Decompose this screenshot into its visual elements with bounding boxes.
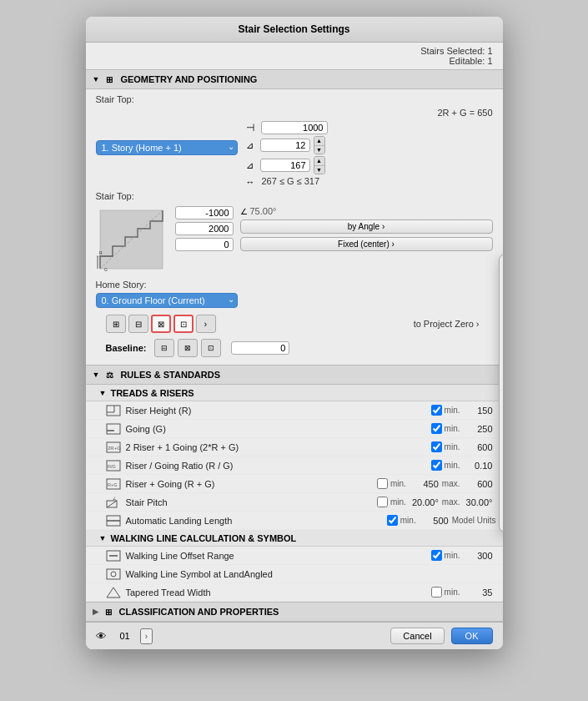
home-story-wrapper[interactable]: 0. Ground Floor (Current) xyxy=(96,293,238,308)
walk-row-symbol: Walking Line Symbol at LandAngled xyxy=(86,565,503,583)
layer-chevron-button[interactable]: › xyxy=(140,628,153,644)
stair-top-select-row: 1. Story (Home + 1) 2R + G = 650 ⊣ ⊿ xyxy=(96,108,493,188)
field3-spinner[interactable]: ▲ ▼ xyxy=(314,156,325,174)
toolbar-icons: ⊞ ⊟ ⊠ ⊡ › to Project Zero › xyxy=(96,311,493,336)
rule-row-riser-height: Riser Height (R) min. 150 xyxy=(86,401,503,420)
svg-text:G: G xyxy=(104,267,108,272)
toolbar-icon-1[interactable]: ⊞ xyxy=(106,315,126,333)
field3-row: ⊿ ▲ ▼ xyxy=(246,156,493,174)
baseline-icon-3[interactable]: ⊡ xyxy=(201,339,221,357)
walk-check-offset[interactable] xyxy=(431,550,442,561)
class-section-header[interactable]: ▶ ⊞ CLASSIFICATION AND PROPERTIES xyxy=(86,602,503,622)
class-triangle-icon: ▶ xyxy=(93,608,98,616)
rule-row-pitch: ∠ Stair Pitch min. 20.00° max. 30.00° xyxy=(86,493,503,512)
pitch-rule-icon: ∠ xyxy=(106,497,121,508)
spinner-up[interactable]: ▲ xyxy=(314,137,324,146)
rule-min-riser: min. xyxy=(445,406,460,415)
toolbar-icon-5[interactable]: › xyxy=(196,315,216,333)
rule-label-riser: Riser Height (R) xyxy=(126,406,431,416)
spinner3-up[interactable]: ▲ xyxy=(314,157,324,166)
stair-top-row: Stair Top: xyxy=(96,94,493,104)
walk-row-offset: Walking Line Offset Range min. 300 xyxy=(86,547,503,565)
rule-min-2rg: min. xyxy=(445,442,460,451)
angle-icon: ∠ xyxy=(240,207,248,216)
home-story-select[interactable]: 0. Ground Floor (Current) xyxy=(96,293,238,308)
val2000-input[interactable] xyxy=(175,222,234,235)
walking-sub-header[interactable]: ▼ WALKING LINE CALCULATION & SYMBOL xyxy=(86,530,503,547)
field2-spinner[interactable]: ▲ ▼ xyxy=(314,136,325,154)
rule-check-riser[interactable] xyxy=(431,405,442,416)
2rg-rule-icon: 2R+G xyxy=(106,441,121,453)
angle-value: 75.00° xyxy=(250,206,277,216)
cancel-button[interactable]: Cancel xyxy=(390,628,444,644)
rule-label-2rg: 2 Riser + 1 Going (2*R + G) xyxy=(126,442,431,452)
rule-label-going: Going (G) xyxy=(126,424,431,434)
walking-label: WALKING LINE CALCULATION & SYMBOL xyxy=(110,533,296,543)
svg-line-18 xyxy=(107,501,117,507)
stair-svg: R G xyxy=(96,206,167,273)
stair-top-select[interactable]: 1. Story (Home + 1) xyxy=(96,140,238,155)
svg-text:2R+G: 2R+G xyxy=(108,446,121,451)
svg-rect-9 xyxy=(107,424,120,434)
walk-val-taper: 35 xyxy=(463,588,493,598)
landing-rule-icon xyxy=(106,515,121,527)
rule-check-rplusg[interactable] xyxy=(377,478,388,489)
rules-section-header[interactable]: ▼ ⚖ RULES & STANDARDS xyxy=(86,365,503,385)
walk-min-taper: min. xyxy=(445,588,460,597)
geometry-content: Stair Top: 1. Story (Home + 1) 2R + G = … xyxy=(86,89,503,365)
walk-min-offset: min. xyxy=(445,551,460,560)
field1-row: ⊣ xyxy=(246,121,493,134)
geometry-section-header[interactable]: ▼ ⊞ GEOMETRY AND POSITIONING xyxy=(86,69,503,89)
walking-triangle-icon: ▼ xyxy=(99,534,107,542)
treads-triangle-icon: ▼ xyxy=(99,389,107,397)
stair-top-label: Stair Top: xyxy=(96,94,134,104)
walk-label-taper: Tapered Tread Width xyxy=(126,588,431,598)
field1-input[interactable] xyxy=(261,121,328,134)
toolbar-icon-3-active[interactable]: ⊠ xyxy=(151,315,171,333)
geo-right-panel: 2R + G = 650 ⊣ ⊿ ▲ ▼ ⊿ xyxy=(238,108,493,188)
field3-input[interactable] xyxy=(260,159,310,172)
rule-check-2rg[interactable] xyxy=(431,441,442,452)
to-project-zero-label: to Project Zero › xyxy=(414,319,480,329)
rule-check-landing[interactable] xyxy=(387,515,398,526)
val0-input[interactable] xyxy=(175,238,234,251)
rule-row-landing: Automatic Landing Length min. 500 Model … xyxy=(86,512,503,530)
toolbar-icon-4-active[interactable]: ⊡ xyxy=(173,315,193,333)
svg-text:R: R xyxy=(99,250,103,255)
rule-min-landing: min. xyxy=(400,516,416,525)
walk-check-taper[interactable] xyxy=(431,587,442,598)
spinner-down[interactable]: ▼ xyxy=(314,146,324,154)
rules-triangle-icon: ▼ xyxy=(93,371,100,379)
baseline-row: Baseline: ⊟ ⊠ ⊡ xyxy=(96,336,493,360)
rule-check-going[interactable] xyxy=(431,423,442,434)
bottom-bar: 👁 01 › Cancel OK xyxy=(86,622,503,649)
triangle-icon: ▼ xyxy=(93,75,100,83)
rule-row-rplusg: R+G Riser + Going (R + G) min. 450 max. … xyxy=(86,475,503,493)
neg1000-input[interactable] xyxy=(175,206,234,219)
rule-min-going: min. xyxy=(445,424,460,433)
spinner3-down[interactable]: ▼ xyxy=(314,166,324,174)
formula-text: 2R + G = 650 xyxy=(437,108,492,118)
rule-min-rplusg: min. xyxy=(390,479,406,488)
baseline-icon-1[interactable]: ⊟ xyxy=(154,339,174,357)
treads-sub-header[interactable]: ▼ TREADS & RISERS xyxy=(86,385,503,401)
rule-max-rplusg: 600 xyxy=(463,479,493,489)
rule-label-ratio: Riser / Going Ratio (R / G) xyxy=(126,461,431,471)
fixed-center-button[interactable]: Fixed (center) › xyxy=(240,237,493,251)
field2-input[interactable] xyxy=(260,139,310,152)
rule-row-going: Going (G) min. 250 xyxy=(86,420,503,438)
rule-check-ratio[interactable] xyxy=(431,460,442,471)
walk-val-offset: 300 xyxy=(463,551,493,561)
stair-top-select-wrapper[interactable]: 1. Story (Home + 1) xyxy=(96,140,238,155)
by-angle-button[interactable]: by Angle › xyxy=(240,219,493,234)
rplusg-rule-icon: R+G xyxy=(106,478,121,490)
rule-label-landing: Automatic Landing Length xyxy=(126,516,387,526)
rule-check-pitch[interactable] xyxy=(377,497,388,507)
rule-note-landing: Model Units xyxy=(452,516,496,525)
ok-button[interactable]: OK xyxy=(451,628,493,644)
header-info: Stairs Selected: 1 Editable: 1 xyxy=(86,43,503,69)
stair-selection-dialog: Stair Selection Settings Stairs Selected… xyxy=(86,17,503,649)
baseline-input[interactable] xyxy=(231,341,289,355)
toolbar-icon-2[interactable]: ⊟ xyxy=(128,315,148,333)
baseline-icon-2[interactable]: ⊠ xyxy=(178,339,198,357)
